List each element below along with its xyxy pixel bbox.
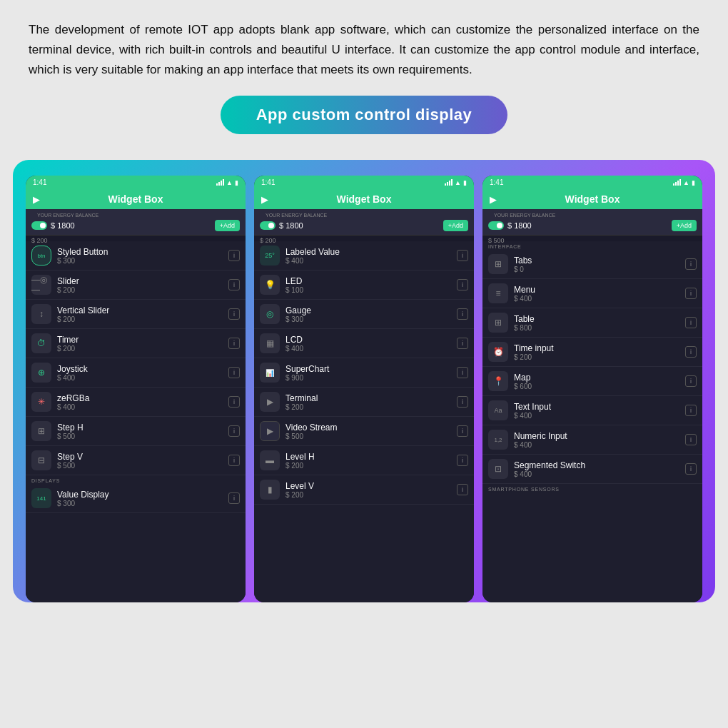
toggle-switch[interactable] — [260, 221, 275, 230]
info-icon[interactable]: i — [457, 455, 468, 466]
styled-button-icon: btn — [31, 246, 51, 266]
timer-icon: ⏱ — [31, 333, 51, 353]
widget-price: $ 200 — [57, 345, 223, 353]
widget-price: $ 400 — [57, 403, 223, 411]
info-icon[interactable]: i — [457, 250, 468, 261]
info-icon[interactable]: i — [228, 455, 240, 466]
list-item: —◎— Slider $ 200 i — [26, 271, 246, 300]
section-label-displays: DISPLAYS — [26, 475, 246, 484]
vslider-icon: ↕ — [31, 304, 51, 324]
info-icon[interactable]: i — [457, 367, 468, 378]
widget-info: SuperChart $ 900 — [285, 364, 451, 382]
info-icon[interactable]: i — [228, 425, 240, 437]
info-icon[interactable]: i — [228, 367, 240, 378]
toggle-switch[interactable] — [488, 221, 504, 230]
info-icon[interactable]: i — [228, 396, 240, 408]
widget-price: $ 300 — [57, 500, 223, 507]
info-icon[interactable]: i — [228, 308, 240, 320]
info-icon[interactable]: i — [685, 463, 697, 475]
phone-1-header: ▶ Widget Box — [26, 189, 246, 209]
battery-icon: ▮ — [692, 179, 695, 186]
widget-name: Step H — [57, 423, 223, 433]
list-item: ▶ Terminal $ 200 i — [254, 388, 474, 417]
widget-price: $ 400 — [514, 470, 679, 478]
widget-info: Value Display $ 300 — [57, 490, 223, 507]
list-item: 📊 SuperChart $ 900 i — [254, 358, 474, 388]
wifi-icon: ▲ — [455, 179, 461, 186]
widget-info: Menu $ 400 — [514, 285, 679, 303]
info-icon[interactable]: i — [228, 338, 240, 349]
videostream-icon: ▶ — [260, 421, 280, 441]
toggle-switch[interactable] — [31, 221, 47, 230]
info-icon[interactable]: i — [228, 492, 240, 504]
balance-amount: $ 1800 — [507, 221, 668, 230]
widget-name: Joystick — [57, 364, 223, 374]
lcd-icon: ▦ — [260, 333, 280, 353]
list-item: 💡 LED $ 100 i — [254, 271, 474, 300]
list-item: ⏰ Time input $ 200 i — [482, 338, 702, 367]
info-icon[interactable]: i — [228, 279, 240, 290]
widget-name: Labeled Value — [285, 247, 451, 257]
widget-name: Level V — [285, 481, 451, 491]
info-icon[interactable]: i — [685, 317, 697, 328]
widget-info: Vertical Slider $ 200 — [57, 305, 223, 323]
widget-price: $ 400 — [57, 374, 223, 382]
phone-1-title: Widget Box — [108, 193, 163, 205]
phone-2-time: 1:41 — [261, 178, 275, 186]
widget-price: $ 900 — [285, 374, 451, 382]
battery-icon: ▮ — [235, 179, 238, 186]
list-item: ▦ LCD $ 400 i — [254, 329, 474, 358]
balance-amount: $ 1800 — [279, 221, 440, 230]
phone-2-play-icon[interactable]: ▶ — [261, 194, 268, 205]
widget-name: Level H — [285, 452, 451, 462]
widget-name: Terminal — [285, 393, 451, 403]
info-icon[interactable]: i — [228, 250, 240, 261]
widget-price: $ 800 — [514, 324, 679, 332]
map-icon: 📍 — [488, 371, 508, 391]
info-icon[interactable]: i — [685, 346, 697, 358]
table-icon: ⊞ — [488, 313, 508, 333]
joystick-icon: ⊕ — [31, 363, 51, 383]
energy-inner: YOUR ENERGY BALANCE $ 1800 +Add — [31, 213, 240, 231]
widget-price: $ 200 — [285, 462, 451, 470]
info-icon[interactable]: i — [457, 279, 468, 290]
widget-info: Video Stream $ 500 — [285, 423, 451, 440]
list-item: 25° Labeled Value $ 400 i — [254, 241, 474, 271]
widget-name: Styled Button — [57, 247, 223, 257]
list-item: btn Styled Button $ 300 i — [26, 241, 246, 271]
phone-1-play-icon[interactable]: ▶ — [33, 194, 40, 205]
widget-name: Numeric Input — [514, 431, 679, 441]
add-button[interactable]: +Add — [215, 220, 240, 231]
widget-price: $ 300 — [57, 257, 223, 265]
phone-1-status-bar: 1:41 ▲ ▮ — [26, 176, 246, 189]
widget-name: Timer — [57, 335, 223, 345]
phone-3-play-icon[interactable]: ▶ — [490, 194, 497, 205]
list-item: ⊞ Tabs $ 0 i — [482, 250, 702, 279]
list-item: ↕ Vertical Slider $ 200 i — [26, 300, 246, 329]
signal-icon — [216, 179, 224, 186]
list-item: ⊟ Step V $ 500 i — [26, 446, 246, 475]
widget-price: $ 200 — [57, 315, 223, 323]
info-icon[interactable]: i — [685, 405, 697, 416]
add-button[interactable]: +Add — [672, 220, 697, 231]
info-icon[interactable]: i — [685, 288, 697, 299]
info-icon[interactable]: i — [457, 338, 468, 349]
info-icon[interactable]: i — [457, 425, 468, 437]
info-icon[interactable]: i — [457, 484, 468, 495]
info-icon[interactable]: i — [685, 258, 697, 270]
list-item: ⊕ Joystick $ 400 i — [26, 358, 246, 388]
info-icon[interactable]: i — [685, 434, 697, 445]
widget-name: Video Stream — [285, 423, 451, 433]
widget-info: Table $ 800 — [514, 314, 679, 332]
info-icon[interactable]: i — [457, 308, 468, 320]
info-icon[interactable]: i — [457, 396, 468, 408]
zergba-icon: ✳ — [31, 392, 51, 412]
add-button[interactable]: +Add — [443, 220, 468, 231]
widget-price: $ 400 — [285, 257, 451, 265]
widget-price: $ 400 — [285, 345, 451, 353]
badge-text: App custom control display — [256, 106, 472, 123]
phone-3-content: YOUR ENERGY BALANCE $ 1800 +Add $ 500 IN… — [482, 209, 702, 602]
widget-name: LCD — [285, 335, 451, 345]
info-icon[interactable]: i — [685, 375, 697, 387]
energy-label: YOUR ENERGY BALANCE — [37, 213, 98, 218]
